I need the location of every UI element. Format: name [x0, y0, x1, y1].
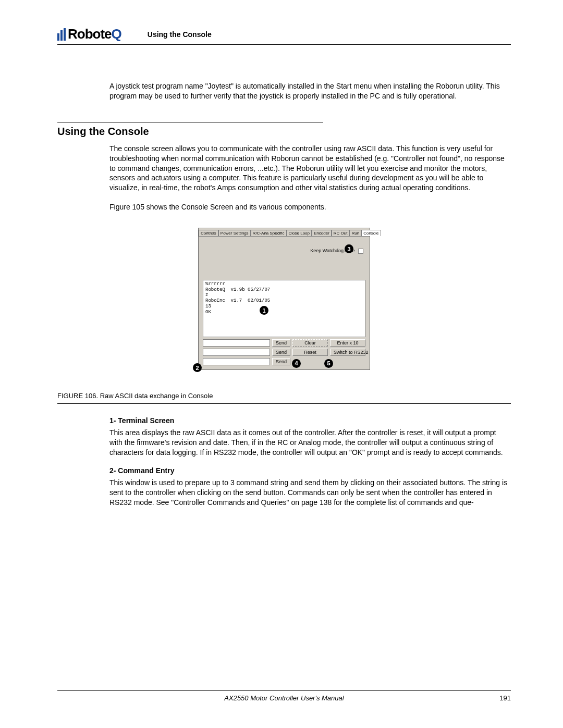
brand-name: RoboteQ [68, 26, 121, 42]
command-row-1: Send Clear Enter x 10 [203, 339, 365, 347]
section-paragraph-2: Figure 105 shows the Console Screen and … [109, 202, 511, 212]
figure-caption: FIGURE 106. Raw ASCII data exchange in C… [57, 392, 213, 400]
callout-3: 3 [345, 244, 353, 253]
command-entry-text: This window is used to prepare up to 3 c… [109, 478, 511, 508]
reset-button[interactable]: Reset [292, 349, 328, 356]
terminal-output: %rrrrrr RoboteQ v1.9b 05/27/07 z RoboEnc… [203, 280, 365, 337]
console-window-body: Keep Watchdog Alive %rrrrrr RoboteQ v1.9… [199, 237, 370, 369]
footer-page-number: 191 [499, 694, 511, 702]
section-rule [57, 122, 323, 122]
command-input-2[interactable] [203, 349, 270, 356]
command-input-1[interactable] [203, 339, 270, 347]
brand-logo: RoboteQ [57, 26, 121, 42]
callout-4: 4 [292, 359, 301, 368]
command-row-2: Send Reset Switch to RS232 [203, 349, 365, 356]
tab-run[interactable]: Run [349, 230, 361, 236]
section-paragraph-1: The console screen allows you to communi… [109, 144, 511, 193]
tab-console[interactable]: Console [361, 230, 381, 236]
figure-console: Controls Power Settings R/C-Ana Specific… [198, 228, 370, 370]
tab-encoder[interactable]: Encoder [312, 230, 332, 236]
tab-power-settings[interactable]: Power Settings [218, 230, 251, 236]
callout-5: 5 [324, 359, 333, 368]
page-footer: AX2550 Motor Controller User's Manual 19… [57, 690, 511, 702]
document-page: RoboteQ Using the Console A joystick tes… [0, 0, 563, 728]
watchdog-row: Keep Watchdog Alive [203, 248, 363, 254]
brand-bars-icon [57, 28, 67, 41]
command-input-3[interactable] [203, 358, 270, 365]
header-section-title: Using the Console [148, 30, 212, 39]
callout-2: 2 [193, 363, 202, 372]
section-heading: Using the Console [57, 126, 511, 138]
brand-name-prefix: Robote [68, 26, 112, 42]
figure-caption-wrap: FIGURE 106. Raw ASCII data exchange in C… [57, 391, 511, 404]
switch-rs232-button[interactable]: Switch to RS232 [330, 349, 365, 356]
subheading-terminal-screen: 1- Terminal Screen [109, 416, 511, 425]
enter-x10-button[interactable]: Enter x 10 [330, 339, 365, 347]
page-header: RoboteQ Using the Console [57, 26, 511, 45]
intro-paragraph: A joystick test program name "Joytest" i… [109, 81, 511, 101]
send-button-1[interactable]: Send [272, 339, 290, 347]
clear-button[interactable]: Clear [292, 339, 328, 347]
send-button-3[interactable]: Send [272, 358, 290, 365]
terminal-screen-text: This area displays the raw ASCII data as… [109, 428, 511, 458]
callout-1: 1 [260, 306, 268, 315]
command-row-3: Send [203, 358, 365, 365]
tab-bar: Controls Power Settings R/C-Ana Specific… [199, 228, 370, 237]
tab-rc-out[interactable]: RC Out [332, 230, 350, 236]
tab-controls[interactable]: Controls [199, 230, 218, 236]
tab-close-loop[interactable]: Close Loop [287, 230, 312, 236]
subheading-command-entry: 2- Command Entry [109, 466, 511, 475]
brand-name-suffix: Q [112, 26, 121, 42]
send-button-2[interactable]: Send [272, 349, 290, 356]
watchdog-checkbox[interactable] [358, 249, 363, 254]
footer-manual-title: AX2550 Motor Controller User's Manual [224, 694, 344, 702]
tab-rc-ana-specific[interactable]: R/C-Ana Specific [251, 230, 287, 236]
